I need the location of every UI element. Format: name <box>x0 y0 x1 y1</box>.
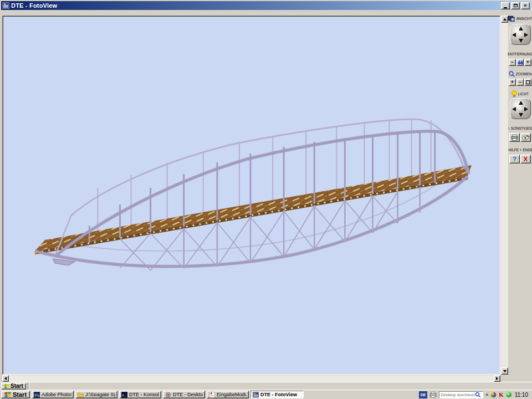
app-window-icon <box>2 2 9 9</box>
tray-overflow-button[interactable]: « <box>485 392 488 397</box>
dpad-down-icon <box>519 113 523 117</box>
arrow-left-icon <box>4 377 7 380</box>
distance-minus-button[interactable]: − <box>509 59 516 66</box>
tray-status-orb-icon[interactable] <box>506 392 511 397</box>
view-icon <box>508 16 515 22</box>
light-dpad <box>510 98 531 119</box>
tray-pinwheel-icon[interactable] <box>490 392 497 398</box>
section-sonstiges: SONSTIGES <box>508 125 532 132</box>
taskbar-item-fotoview-active[interactable]: DTE - FotoView <box>250 391 304 398</box>
start-label: Start <box>13 391 27 398</box>
section-ansicht: ANSICHT <box>508 15 532 22</box>
zoom-out-button[interactable]: − <box>516 79 524 86</box>
exit-icon: X <box>524 156 528 162</box>
photoshop-icon: Ps <box>34 392 40 398</box>
zoom-window-button[interactable] <box>524 79 531 86</box>
arrow-right-icon <box>496 377 498 380</box>
taskbar: Start Ps Adobe Photoshop CS3 E... J:\Sea… <box>0 390 532 399</box>
arrow-down-icon <box>503 370 507 372</box>
taskbar-clock[interactable]: 11:10 <box>514 392 529 398</box>
ansicht-label: ANSICHT <box>516 17 532 21</box>
taskbar-item-label: EingabeModul [Bauchwe... <box>217 392 247 397</box>
close-icon: × <box>524 3 526 8</box>
maximize-icon <box>514 4 518 7</box>
svg-text:>_: >_ <box>122 393 126 397</box>
taskbar-item-label: Adobe Photoshop CS3 E... <box>42 392 71 397</box>
quickbar-divider <box>28 383 29 389</box>
taskbar-item-label: DTE - Konsole <box>129 392 159 397</box>
scroll-right-button[interactable] <box>494 375 500 382</box>
desktop: DTE - FotoView × <box>0 0 532 399</box>
scroll-left-button[interactable] <box>2 375 9 382</box>
section-zoomen: ZOOMEN <box>508 70 532 78</box>
view-dpad <box>510 24 531 45</box>
zoom-minus-label: − <box>519 80 521 85</box>
view-up-button[interactable] <box>518 25 524 32</box>
zoom-plus-label: + <box>511 80 514 85</box>
binoculars-icon <box>518 60 523 65</box>
minus-label: − <box>511 60 514 65</box>
dpad-up-icon <box>519 27 523 30</box>
desktop-search-box[interactable] <box>439 391 483 398</box>
fotoview-icon <box>253 392 259 398</box>
language-label: DE <box>421 393 426 397</box>
help-button[interactable]: ? <box>509 155 520 163</box>
taskbar-item-eingabemodul[interactable]: EingabeModul [Bauchwe... <box>207 391 249 398</box>
secondary-start-label: Start <box>11 383 23 389</box>
magnifier-icon <box>509 71 515 77</box>
taskbar-item-label: DTE - FotoView <box>260 392 297 397</box>
plus-label: + <box>526 60 529 65</box>
search-icon[interactable] <box>475 392 481 398</box>
side-toolbar: ANSICHT ENTFERNUNG − + <box>508 9 532 382</box>
light-left-button[interactable] <box>511 106 518 112</box>
entfernung-label: ENTFERNUNG <box>508 52 532 56</box>
taskbar-item-label: DTE - Desktop Engineeri... <box>173 392 203 397</box>
tray-k-icon[interactable]: K <box>499 391 504 398</box>
print-button[interactable] <box>509 133 520 142</box>
exit-button[interactable]: X <box>520 155 531 163</box>
taskbar-item-explorer[interactable]: J:\Seagate Sync\SyncRe... <box>75 391 117 398</box>
scroll-down-button[interactable] <box>501 367 508 375</box>
language-indicator[interactable]: DE <box>419 391 427 398</box>
section-entfernung: ENTFERNUNG <box>508 50 532 58</box>
section-licht: LICHT <box>508 90 532 98</box>
zoomen-label: ZOOMEN <box>516 72 532 76</box>
lightbulb-icon <box>511 90 517 98</box>
gear-icon <box>165 392 171 398</box>
eye-pencil-icon <box>522 135 530 141</box>
minimize-button[interactable] <box>501 2 510 9</box>
zoom-rect-icon <box>526 80 530 84</box>
sonstiges-label: SONSTIGES <box>511 126 532 130</box>
zoom-in-button[interactable]: + <box>509 79 516 86</box>
window-titlebar[interactable]: DTE - FotoView × <box>1 1 531 10</box>
svg-text:Ps: Ps <box>35 393 40 397</box>
section-hilfe-ende: HILFE + ENDE <box>508 146 532 154</box>
scroll-up-button[interactable] <box>501 16 508 23</box>
taskbar-item-konsole[interactable]: >_ DTE - Konsole <box>119 391 161 398</box>
taskbar-item-desktop-engineering[interactable]: DTE - Desktop Engineeri... <box>163 391 205 398</box>
view-left-button[interactable] <box>511 32 518 38</box>
printer-icon <box>511 135 518 141</box>
dpad-left-icon <box>512 107 516 111</box>
tray-printer-icon[interactable] <box>429 392 437 398</box>
3d-viewport[interactable] <box>2 16 500 375</box>
vertical-scrollbar[interactable] <box>501 16 508 375</box>
distance-fit-button[interactable] <box>516 59 524 66</box>
edit-view-button[interactable] <box>520 133 531 142</box>
light-up-button[interactable] <box>518 99 524 106</box>
distance-plus-button[interactable]: + <box>524 59 531 66</box>
start-button[interactable]: Start <box>1 391 30 398</box>
dpad-down-icon <box>519 39 523 43</box>
desktop-search-input[interactable] <box>439 392 475 398</box>
close-button[interactable]: × <box>521 2 530 9</box>
camera-magnifier-icon <box>508 125 510 132</box>
console-icon: >_ <box>121 392 127 398</box>
folder-icon <box>78 392 84 398</box>
licht-label: LICHT <box>518 92 529 96</box>
taskbar-item-photoshop[interactable]: Ps Adobe Photoshop CS3 E... <box>32 391 74 398</box>
dpad-right-icon <box>524 33 528 37</box>
maximize-button[interactable] <box>511 2 520 9</box>
minimize-icon <box>504 7 507 8</box>
secondary-start-button[interactable]: Start <box>1 383 26 390</box>
horizontal-scrollbar[interactable] <box>2 375 500 382</box>
